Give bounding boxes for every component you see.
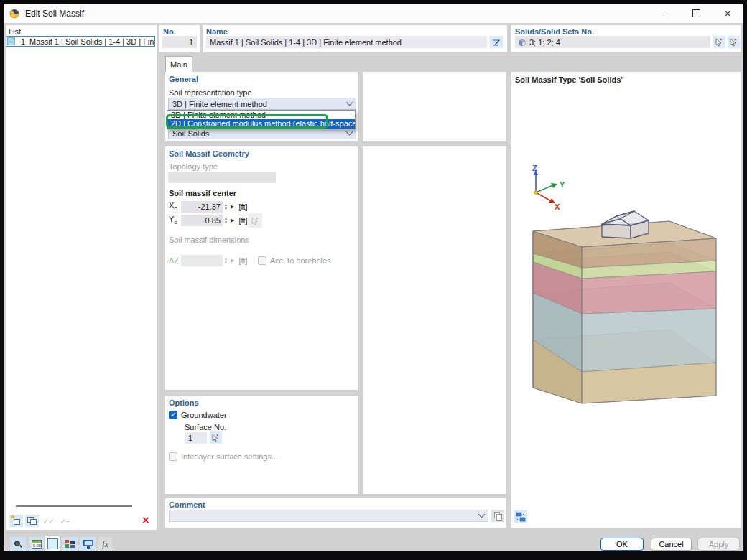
svg-text:×: × bbox=[256, 216, 259, 220]
maximize-button[interactable] bbox=[680, 4, 712, 23]
list-item[interactable]: 1 Massif 1 | Soil Solids | 1-4 | 3D | Fi… bbox=[6, 36, 155, 47]
ok-button[interactable]: OK bbox=[600, 538, 644, 551]
soil-representation-dropdown: 3D | Finite element method 2D | Constrai… bbox=[167, 110, 356, 129]
tab-main[interactable]: Main bbox=[165, 56, 192, 72]
no-panel: No. 1 bbox=[159, 25, 200, 52]
geometry-panel: Soil Massif Geometry Topology type Soil … bbox=[165, 146, 358, 390]
copy-windows-icon bbox=[27, 517, 37, 526]
pick-surface-button[interactable]: × bbox=[210, 431, 222, 444]
acc-boreholes-checkbox bbox=[258, 256, 266, 265]
soil-massif-dimensions-label: Soil massif dimensions bbox=[169, 235, 249, 244]
assigned-objects-button[interactable] bbox=[62, 537, 78, 551]
swap-screens-icon bbox=[516, 512, 526, 522]
monitor-icon bbox=[83, 540, 93, 549]
solids-field[interactable]: 3; 1; 2; 4 bbox=[515, 36, 710, 48]
xc-input[interactable]: -21.37 bbox=[181, 201, 223, 213]
copy-comment-button[interactable] bbox=[491, 510, 504, 522]
soil-representation-combobox[interactable]: 3D | Finite element method bbox=[168, 98, 356, 110]
interlayer-label: Interlayer surface settings... bbox=[181, 452, 278, 461]
svg-text:×: × bbox=[734, 37, 737, 42]
comment-combobox[interactable] bbox=[169, 510, 488, 522]
xc-spinner[interactable]: ▲ ▼ bbox=[223, 203, 229, 210]
comment-heading: Comment bbox=[169, 500, 205, 509]
unit-label: [ft] bbox=[238, 202, 247, 211]
dropdown-option-2d[interactable]: 2D | Constrained modulus method (elastic… bbox=[167, 119, 355, 129]
pick-cursor-icon: × bbox=[729, 37, 738, 47]
preview-panel: Soil Massif Type 'Soil Solids' Z Y X bbox=[511, 72, 741, 528]
list-item-number: 1 bbox=[15, 37, 25, 46]
solid-cube-icon bbox=[518, 38, 526, 47]
soil-left-face bbox=[533, 231, 582, 403]
comment-panel: Comment bbox=[165, 498, 506, 528]
chevron-down-icon bbox=[478, 511, 486, 518]
copy-massif-button[interactable] bbox=[25, 515, 39, 527]
new-window-icon: ★ bbox=[11, 517, 21, 526]
objects-icon bbox=[65, 540, 75, 549]
delete-massif-button[interactable]: × bbox=[139, 514, 152, 527]
no-label: No. bbox=[163, 27, 176, 36]
minimize-button[interactable]: – bbox=[649, 4, 680, 23]
spin-down-icon[interactable]: ▼ bbox=[223, 220, 229, 224]
rendering-toggle-button[interactable] bbox=[45, 536, 60, 551]
graphic-window-button[interactable] bbox=[80, 537, 96, 551]
yc-input[interactable]: 0.85 bbox=[181, 215, 223, 226]
units-settings-button[interactable]: 0.00 bbox=[29, 537, 44, 551]
pencil-icon bbox=[492, 38, 501, 47]
pick-solid-sets-button[interactable]: × bbox=[728, 36, 740, 48]
yc-spinner[interactable]: ▲ ▼ bbox=[223, 217, 229, 224]
cancel-button[interactable]: Cancel bbox=[651, 538, 692, 551]
pick-solids-button[interactable]: × bbox=[713, 36, 725, 48]
axes: Z Y X bbox=[532, 164, 565, 211]
svg-text:×: × bbox=[720, 37, 723, 42]
house-wireframe bbox=[602, 211, 649, 238]
spin-down-icon[interactable]: ▼ bbox=[223, 207, 229, 210]
pick-center-button[interactable]: × bbox=[248, 213, 262, 228]
yc-label: Yc bbox=[169, 215, 181, 225]
general-heading: General bbox=[169, 75, 198, 83]
pick-cursor-icon: × bbox=[715, 37, 724, 47]
maximize-icon bbox=[692, 9, 700, 17]
soil-representation-value: 3D | Finite element method bbox=[172, 100, 267, 108]
solids-value: 3; 1; 2; 4 bbox=[529, 38, 560, 47]
no-value: 1 bbox=[189, 38, 193, 47]
name-panel: Name Massif 1 | Soil Solids | 1-4 | 3D |… bbox=[203, 25, 507, 52]
dropdown-option-3d[interactable]: 3D | Finite element method bbox=[167, 111, 355, 119]
soil-massif-3d-view[interactable]: Z Y X bbox=[511, 72, 741, 528]
tab-main-label: Main bbox=[170, 60, 187, 69]
groundwater-checkbox[interactable]: ✓ bbox=[169, 411, 177, 419]
deselect-all-button[interactable]: ✓– bbox=[58, 515, 72, 527]
fx-icon: fx bbox=[102, 539, 108, 550]
svg-text:×: × bbox=[216, 433, 219, 437]
unit-label: [ft] bbox=[238, 216, 247, 225]
calculator-icon: 0.00 bbox=[32, 540, 42, 549]
list-scrollbar[interactable] bbox=[16, 505, 132, 507]
sheets-icon bbox=[493, 512, 502, 521]
chevron-down-icon bbox=[346, 99, 353, 106]
close-button[interactable]: × bbox=[712, 4, 743, 23]
soil-massif-center-label: Soil massif center bbox=[169, 189, 236, 197]
xc-value: -21.37 bbox=[198, 202, 221, 211]
formula-button[interactable]: fx bbox=[98, 537, 112, 551]
surface-no-input[interactable]: 1 bbox=[185, 432, 207, 444]
name-field[interactable]: Massif 1 | Soil Solids | 1-4 | 3D | Fini… bbox=[206, 36, 487, 48]
list-item-label: Massif 1 | Soil Solids | 1-4 | 3D | Fini… bbox=[25, 37, 154, 46]
param-arrow-icon[interactable]: ▶ bbox=[231, 218, 234, 223]
details-button[interactable] bbox=[10, 537, 26, 551]
acc-boreholes-label: Acc. to boreholes bbox=[270, 256, 331, 265]
list-item-checkbox[interactable] bbox=[7, 37, 15, 45]
topology-type-label: Topology type bbox=[169, 162, 218, 171]
select-all-button[interactable]: ✓✓ bbox=[42, 515, 55, 527]
chevron-down-icon bbox=[346, 129, 353, 136]
rename-button[interactable] bbox=[490, 36, 503, 48]
titlebar: Edit Soil Massif – × bbox=[4, 4, 743, 23]
param-arrow-icon[interactable]: ▶ bbox=[231, 204, 234, 210]
swap-view-button[interactable] bbox=[514, 510, 527, 523]
screen: Edit Soil Massif – × List 1 Massif 1 | S… bbox=[0, 0, 747, 560]
empty-panel-bottom bbox=[363, 146, 506, 494]
color-swatch-icon bbox=[47, 538, 58, 549]
dz-spinner: ▲ ▼ bbox=[223, 257, 229, 264]
topology-type-field bbox=[168, 172, 276, 183]
interlayer-checkbox bbox=[169, 452, 177, 461]
new-massif-button[interactable]: ★ bbox=[9, 515, 23, 527]
axis-z-label: Z bbox=[532, 164, 537, 172]
